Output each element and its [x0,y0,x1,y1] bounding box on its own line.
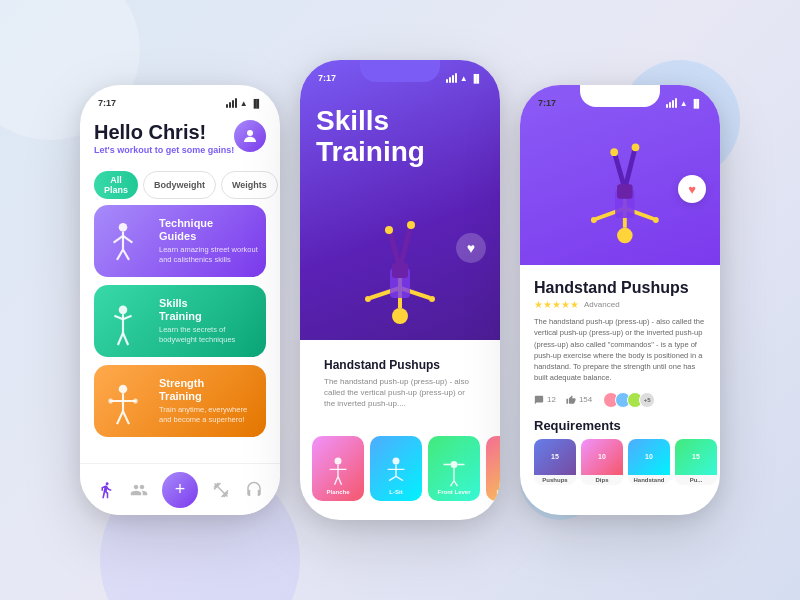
card-strength-text: StrengthTraining Train anytime, everywhe… [159,371,266,431]
svg-line-4 [123,236,132,243]
figure-skills [94,285,152,357]
nav-dumbbell[interactable] [212,481,230,499]
card-skills-desc: Learn the secrets of bodyweight techniqu… [159,325,260,345]
req-card-dips-top: 10 [581,439,623,475]
phone-1-time: 7:17 [98,98,116,108]
exercise-card-lsit[interactable]: L-Sit [370,436,422,501]
svg-point-28 [385,226,393,234]
card-technique-title: TechniqueGuides [159,217,260,243]
req-card-pushups-top: 15 [534,439,576,475]
svg-line-26 [390,233,400,268]
nav-gymnastics[interactable] [97,481,115,499]
req-card-other-label: Pu... [675,475,717,485]
phones-container: 7:17 ▲ ▐▌ Hello Chris! Let's workout to … [80,80,720,520]
nav-headphones[interactable] [245,481,263,499]
phone-3-time: 7:17 [538,98,556,108]
phone-2: 7:17 ▲ ▐▌ Skills Training [300,60,500,520]
svg-line-3 [114,236,123,243]
skills-title-section: Skills Training [300,88,500,178]
requirements-section: Requirements 15 Pushups 10 Dips [534,418,706,485]
req-card-other[interactable]: 15 Pu... [675,439,717,485]
svg-rect-31 [392,263,408,278]
exercise-label-frontlever: Front Lever [437,489,470,495]
phone-1-notch [140,85,220,107]
phone-1-content: Hello Chris! Let's workout to get some g… [80,113,280,437]
svg-line-27 [400,228,410,268]
stat-likes: 154 [566,395,592,405]
svg-line-10 [123,316,132,319]
wifi-icon: ▲ [240,99,248,108]
req-card-dips[interactable]: 10 Dips [581,439,623,485]
svg-point-61 [610,148,618,156]
figure-technique [94,205,152,277]
svg-point-0 [247,130,253,136]
tab-all-plans[interactable]: All Plans [94,171,138,199]
exercise-stars: ★★★★★ [534,299,579,310]
exercise-title: Handstand Pushups [534,279,689,297]
svg-line-5 [117,250,123,260]
svg-point-7 [119,306,128,315]
exercise-level: Advanced [584,300,620,309]
req-card-other-top: 15 [675,439,717,475]
svg-point-25 [429,296,435,302]
svg-point-20 [392,308,408,324]
exercise-description: The handstand push-up (press-up) - also … [534,316,706,384]
svg-rect-64 [617,184,633,199]
req-card-dips-label: Dips [581,475,623,485]
svg-rect-17 [133,398,137,403]
svg-point-1 [119,223,128,232]
card-skills-training[interactable]: SkillsTraining Learn the secrets of body… [94,285,266,357]
req-card-handstand[interactable]: 10 Handstand [628,439,670,485]
svg-line-18 [117,411,123,424]
svg-rect-16 [108,398,112,403]
phone-3-figure [555,95,685,250]
svg-line-59 [615,155,625,189]
phone-2-heart-button[interactable]: ♥ [456,233,486,263]
exercise-card-frontlever[interactable]: Front Lever [428,436,480,501]
phone-2-exercise-card[interactable]: Handstand Pushups The handstand push-up … [312,348,488,420]
card-technique-guides[interactable]: TechniqueGuides Learn amazing street wor… [94,205,266,277]
svg-point-24 [365,296,371,302]
exercise-card-planche[interactable]: Planche [312,436,364,501]
svg-line-60 [625,150,635,189]
svg-line-6 [123,250,129,260]
card-strength-training[interactable]: StrengthTraining Train anytime, everywhe… [94,365,266,437]
avatar-more: +5 [639,392,655,408]
participant-avatars: +5 [607,392,655,408]
phone-2-card-desc: The handstand push-up (press-up) - also … [324,376,476,410]
exercise-label-lsit: L-Sit [389,489,402,495]
phone-3-heart-button[interactable]: ♥ [678,175,706,203]
card-skills-text: SkillsTraining Learn the secrets of body… [159,291,266,351]
nav-add-button[interactable]: + [162,472,198,508]
bottom-nav: + [80,463,280,515]
svg-line-47 [454,480,458,486]
figure-strength [94,365,152,437]
svg-line-19 [123,411,129,424]
svg-line-46 [451,480,455,486]
phone-2-bg: 7:17 ▲ ▐▌ Skills Training [300,60,500,340]
exercise-card-handstand[interactable]: Handstand [486,436,500,501]
svg-point-37 [393,457,400,464]
phone-2-exercises-row: Planche L-Sit [300,428,500,515]
svg-point-42 [451,461,458,468]
stat-comments: 12 [534,395,556,405]
svg-line-36 [338,476,342,484]
svg-line-35 [335,476,339,484]
tab-weights[interactable]: Weights [221,171,278,199]
phone-3-notch [580,85,660,107]
req-card-pushups[interactable]: 15 Pushups [534,439,576,485]
requirements-title: Requirements [534,418,706,433]
nav-group[interactable] [130,481,148,499]
phone-2-time: 7:17 [318,73,336,83]
filter-tabs: All Plans Bodyweight Weights [94,171,266,199]
phone-2-notch [360,60,440,82]
tab-bodyweight[interactable]: Bodyweight [143,171,216,199]
svg-line-40 [389,476,396,480]
svg-line-12 [123,333,128,345]
req-card-handstand-top: 10 [628,439,670,475]
user-avatar[interactable] [234,120,266,152]
req-card-handstand-label: Handstand [628,475,670,485]
svg-point-57 [591,217,597,223]
svg-point-13 [119,385,128,394]
phone-3: 7:17 ▲ ▐▌ [520,85,720,515]
